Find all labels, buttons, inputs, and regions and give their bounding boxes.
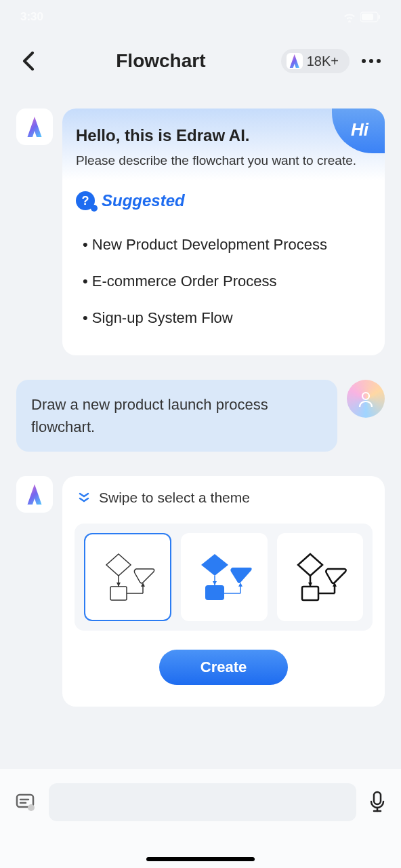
svg-rect-15: [205, 585, 224, 600]
suggestion-item[interactable]: • E-commerce Order Process: [76, 263, 371, 300]
svg-point-28: [28, 804, 35, 811]
chat-options-icon[interactable]: [15, 791, 37, 813]
message-input[interactable]: [49, 783, 356, 821]
ai-avatar: [16, 108, 53, 145]
suggested-heading: Suggested: [76, 191, 371, 210]
usage-count: 18K+: [307, 54, 339, 69]
theme-swipe-label: Swipe to select a theme: [99, 490, 250, 506]
chevron-left-icon: [22, 52, 35, 71]
svg-rect-2: [379, 15, 380, 19]
user-bubble: Draw a new product launch process flowch…: [16, 380, 337, 452]
more-icon: [361, 58, 381, 64]
svg-point-6: [362, 393, 369, 399]
app-header: Flowchart 18K+: [0, 34, 401, 88]
svg-marker-14: [213, 581, 217, 585]
ai-avatar: [16, 476, 53, 513]
svg-rect-9: [110, 587, 127, 600]
home-indicator[interactable]: [146, 857, 255, 861]
hi-badge: Hi: [332, 108, 385, 153]
create-button[interactable]: Create: [159, 650, 288, 685]
ai-theme-message: Swipe to select a theme: [16, 476, 385, 707]
theme-carousel[interactable]: [75, 524, 373, 631]
person-icon: [357, 390, 375, 408]
ai-greeting-title: Hello, this is Edraw AI.: [76, 126, 371, 145]
microphone-icon[interactable]: [368, 791, 386, 814]
svg-rect-1: [362, 14, 373, 20]
page-title: Flowchart: [49, 50, 273, 72]
suggestion-item[interactable]: • New Product Development Process: [76, 226, 371, 263]
theme-card[interactable]: [84, 533, 171, 621]
svg-rect-21: [302, 587, 318, 600]
suggested-icon: [76, 191, 95, 210]
user-message: Draw a new product launch process flowch…: [16, 380, 385, 452]
ai-message: Hi Hello, this is Edraw AI. Please descr…: [16, 108, 385, 355]
theme-card[interactable]: [181, 533, 267, 621]
swipe-icon: [77, 491, 91, 505]
user-avatar: [347, 380, 385, 418]
wifi-icon: [343, 12, 356, 22]
flowchart-theme-icon: [192, 550, 257, 604]
ai-greeting-prompt: Please describe the flowchart you want t…: [76, 153, 371, 168]
app-logo-icon: [24, 117, 45, 137]
status-bar: 3:30: [0, 0, 401, 34]
svg-point-4: [369, 59, 373, 63]
battery-icon: [360, 12, 381, 22]
svg-point-5: [377, 59, 381, 63]
theme-card[interactable]: [277, 533, 363, 621]
suggestion-item[interactable]: • Sign-up System Flow: [76, 300, 371, 336]
input-bar: [0, 769, 401, 868]
app-logo-icon: [287, 53, 303, 69]
svg-rect-29: [374, 792, 381, 804]
usage-pill[interactable]: 18K+: [281, 49, 350, 73]
app-logo-icon: [24, 484, 45, 505]
flowchart-theme-icon: [96, 550, 161, 604]
flowchart-theme-icon: [287, 550, 352, 604]
svg-marker-8: [117, 583, 121, 587]
svg-point-3: [362, 59, 366, 63]
status-time: 3:30: [20, 10, 43, 24]
back-button[interactable]: [16, 49, 41, 73]
more-button[interactable]: [358, 58, 385, 64]
